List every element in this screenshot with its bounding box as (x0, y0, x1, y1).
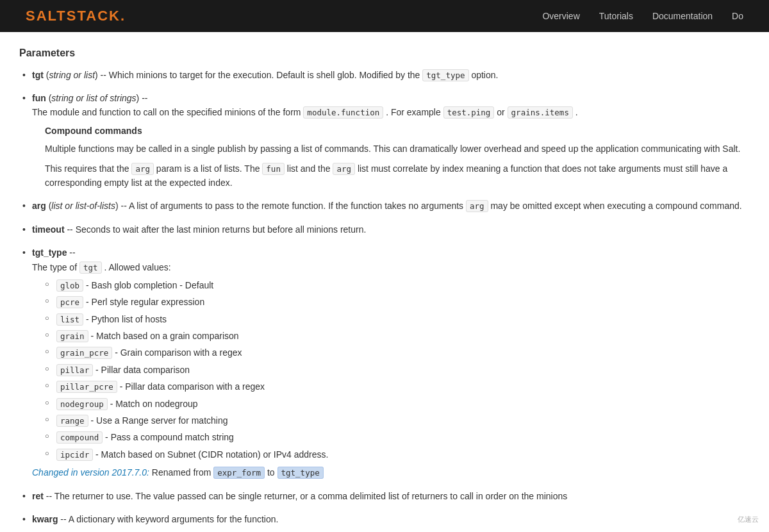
param-kwarg-name: kwarg (32, 514, 58, 524)
pcre-code: pcre (56, 296, 83, 308)
main-content: Parameters tgt (string or list) -- Which… (0, 32, 769, 532)
ipcidr-desc: - Match based on Subnet (CIDR notation) … (95, 449, 328, 460)
expr-form-code: expr_form (213, 467, 265, 479)
param-ret-desc: -- The returner to use. The value passed… (46, 491, 567, 501)
param-fun-or: or (497, 107, 507, 117)
param-tgt-end: option. (471, 70, 498, 80)
param-arg-type: (list or list-of-lists) -- A list of arg… (49, 201, 466, 211)
grain-code: grain (56, 330, 88, 342)
sublist-item-pcre: pcre - Perl style regular expression (45, 295, 750, 309)
param-fun-desc: The module and function to call on the s… (32, 107, 303, 117)
param-arg: arg (list or list-of-lists) -- A list of… (19, 199, 750, 213)
grains-items-code: grains.items (508, 106, 573, 119)
param-fun-desc2: . For example (386, 107, 443, 117)
param-timeout-name: timeout (32, 224, 65, 235)
param-timeout-desc: -- Seconds to wait after the last minion… (67, 224, 366, 235)
sublist-item-glob: glob - Bash glob completion - Default (45, 278, 750, 292)
compound-code: compound (56, 431, 103, 444)
param-tgt-type: tgt_type -- The type of tgt . Allowed va… (19, 245, 750, 479)
param-arg-name: arg (32, 201, 46, 211)
grain-pcre-desc: - Grain comparison with a regex (115, 347, 242, 358)
pillar-pcre-code: pillar_pcre (56, 381, 117, 393)
nav-documentation[interactable]: Documentation (652, 11, 713, 21)
tgt-code: tgt (79, 262, 102, 274)
parameters-heading: Parameters (19, 45, 750, 62)
nav-overview[interactable]: Overview (542, 11, 579, 21)
param-fun-type: (string or list of strings) -- (49, 93, 148, 103)
param-tgt-type: (string or list) -- Which minions to tar… (46, 70, 423, 80)
sublist-item-compound: compound - Pass a compound match string (45, 430, 750, 444)
param-tgt-type-name: tgt_type (32, 247, 67, 258)
nav-do[interactable]: Do (732, 11, 743, 21)
nav-tutorials[interactable]: Tutorials (599, 11, 633, 21)
glob-code: glob (56, 279, 83, 292)
param-fun-name: fun (32, 93, 46, 103)
grain-desc: - Match based on a grain comparison (91, 331, 239, 341)
param-kwarg: kwarg -- A dictionary with keyword argum… (19, 512, 750, 526)
range-desc: - Use a Range server for matching (91, 415, 228, 426)
tgt-type-code-2: tgt_type (277, 467, 324, 479)
site-header: ​SALTSTACK. Overview Tutorials Documenta… (0, 0, 769, 32)
param-ret: ret -- The returner to use. The value pa… (19, 489, 750, 503)
pillar-code: pillar (56, 364, 93, 376)
to-text: to (267, 467, 277, 478)
param-ret-name: ret (32, 491, 44, 501)
param-timeout: timeout -- Seconds to wait after the las… (19, 222, 750, 237)
pillar-pcre-desc: - Pillar data comparison with a regex (120, 381, 265, 392)
sublist-item-ipcidr: ipcidr - Match based on Subnet (CIDR not… (45, 447, 750, 461)
param-fun: fun (string or list of strings) -- The m… (19, 91, 750, 190)
compound-commands-para2: This requires that the arg param is a li… (45, 162, 750, 190)
compound-commands-title: Compound commands (45, 124, 750, 138)
changed-version-text: Changed in version 2017.7.0: (32, 467, 149, 478)
sublist-item-grain-pcre: grain_pcre - Grain comparison with a reg… (45, 345, 750, 360)
arg-code-2: arg (333, 163, 355, 175)
test-ping-code: test.ping (443, 106, 495, 119)
parameters-list: tgt (string or list) -- Which minions to… (19, 68, 750, 532)
glob-desc: - Bash glob completion - Default (86, 280, 213, 290)
grain-pcre-code: grain_pcre (56, 347, 112, 359)
range-code: range (56, 415, 88, 427)
sublist-item-grain: grain - Match based on a grain compariso… (45, 329, 750, 343)
sublist-item-pillar: pillar - Pillar data comparison (45, 363, 750, 377)
param-kwarg-desc: -- A dictionary with keyword arguments f… (60, 514, 278, 524)
nodegroup-desc: - Match on nodegroup (110, 399, 198, 409)
nodegroup-code: nodegroup (56, 398, 108, 410)
param-tgt: tgt (string or list) -- Which minions to… (19, 68, 750, 82)
arg-code-inline: arg (466, 200, 488, 212)
pcre-desc: - Perl style regular expression (86, 297, 204, 307)
param-arg-suffix: may be omitted except when executing a c… (490, 201, 741, 211)
param-fun-period: . (575, 107, 578, 117)
compound-commands-block: Compound commands Multiple functions may… (45, 124, 750, 190)
param-tgt-type-subtext: The type of (32, 262, 79, 272)
module-function-code: module.function (303, 106, 383, 119)
list-code: list (56, 313, 83, 326)
tgt-type-sublist: glob - Bash glob completion - Default pc… (45, 278, 750, 461)
sublist-item-range: range - Use a Range server for matching (45, 413, 750, 428)
param-tgt-type-dash: -- (69, 247, 75, 258)
sublist-item-nodegroup: nodegroup - Match on nodegroup (45, 397, 750, 411)
tgt-type-code: tgt_type (422, 69, 468, 81)
compound-desc: - Pass a compound match string (105, 432, 234, 442)
arg-code-1: arg (131, 163, 154, 175)
watermark: 亿速云 (734, 513, 763, 526)
param-tgt-name: tgt (32, 70, 44, 80)
pillar-desc: - Pillar data comparison (95, 365, 190, 375)
sublist-item-list: list - Python list of hosts (45, 312, 750, 326)
site-nav: Overview Tutorials Documentation Do (542, 11, 743, 21)
site-logo[interactable]: ​SALTSTACK. (26, 8, 126, 24)
renamed-from-text: Renamed from (152, 467, 213, 478)
list-desc: - Python list of hosts (86, 314, 167, 324)
param-tgt-type-subtext2: . Allowed values: (104, 262, 170, 272)
fun-code: fun (262, 163, 285, 175)
ipcidr-code: ipcidr (56, 449, 93, 461)
sublist-item-pillar-pcre: pillar_pcre - Pillar data comparison wit… (45, 379, 750, 394)
compound-commands-para1: Multiple functions may be called in a si… (45, 142, 750, 156)
